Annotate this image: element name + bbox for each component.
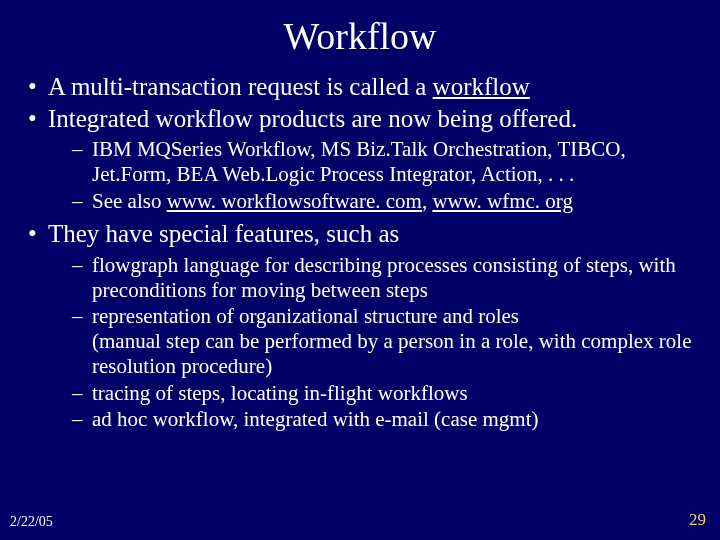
bullet-2: Integrated workflow products are now bei…	[22, 104, 694, 214]
bullet-2-text: Integrated workflow products are now bei…	[48, 105, 577, 132]
bullet-3: They have special features, such as flow…	[22, 219, 694, 432]
bullet-2-sublist: IBM MQSeries Workflow, MS Biz.Talk Orche…	[48, 137, 694, 213]
footer-page-number: 29	[689, 510, 706, 530]
footer-date: 2/22/05	[10, 514, 53, 530]
bullet-3-sub-1: flowgraph language for describing proces…	[72, 253, 694, 303]
bullet-2-sub-1: IBM MQSeries Workflow, MS Biz.Talk Orche…	[72, 137, 694, 187]
bullet-2-sub-2: See also www. workflowsoftware. com, www…	[72, 189, 694, 214]
bullet-list: A multi-transaction request is called a …	[16, 72, 704, 432]
bullet-3-sub-4: ad hoc workflow, integrated with e-mail …	[72, 407, 694, 432]
bullet-3-text: They have special features, such as	[48, 220, 399, 247]
slide: Workflow A multi-transaction request is …	[0, 0, 720, 540]
slide-title: Workflow	[16, 14, 704, 58]
bullet-2-sub-2-mid: ,	[422, 189, 433, 213]
bullet-1-underline: workflow	[433, 73, 530, 100]
bullet-1: A multi-transaction request is called a …	[22, 72, 694, 102]
bullet-3-sub-2: representation of organizational structu…	[72, 304, 694, 378]
link-workflowsoftware[interactable]: www. workflowsoftware. com	[167, 189, 422, 213]
bullet-3-sublist: flowgraph language for describing proces…	[48, 253, 694, 432]
bullet-2-sub-2-pre: See also	[92, 189, 167, 213]
bullet-3-sub-3: tracing of steps, locating in-flight wor…	[72, 381, 694, 406]
bullet-1-text: A multi-transaction request is called a	[48, 73, 433, 100]
link-wfmc[interactable]: www. wfmc. org	[432, 189, 573, 213]
